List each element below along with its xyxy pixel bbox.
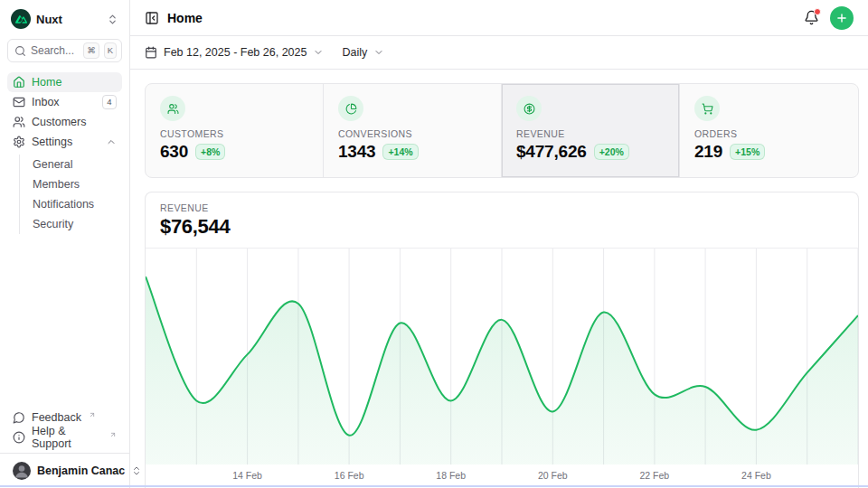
users-icon [160,96,185,121]
sidebar-footer-links: Feedback Help & Support [7,408,122,453]
stat-label: CONVERSIONS [338,128,486,139]
chart-header: REVENUE $76,544 [146,192,858,248]
avatar [13,462,31,480]
mail-icon [13,96,25,108]
sidebar-item-general[interactable]: General [33,155,122,174]
sidebar-item-label: Home [32,76,61,89]
external-link-icon [109,431,117,438]
sidebar-item-members[interactable]: Members [33,174,122,194]
chart-total-value: $76,544 [160,215,844,239]
stat-delta-badge: +14% [382,144,418,160]
message-circle-icon [13,411,25,424]
stat-label: CUSTOMERS [160,128,308,139]
workspace-name: Nuxt [36,13,62,26]
bottom-edge-strip [0,485,868,487]
sidebar-item-home[interactable]: Home [7,72,122,92]
stat-value: 1343 [338,142,375,162]
x-axis-tick: 24 Feb [741,470,771,481]
footer-link-label: Help & Support [32,425,102,450]
top-bar: Home [130,0,868,36]
x-axis-tick: 14 Feb [232,470,262,481]
stat-card-conversions[interactable]: CONVERSIONS 1343 +14% [324,84,502,177]
x-axis-tick: 22 Feb [639,470,669,481]
stat-card-orders[interactable]: ORDERS 219 +15% [680,84,858,177]
shopping-cart-icon [694,96,720,121]
home-icon [13,76,25,89]
workspace-switcher[interactable]: Nuxt [7,9,122,39]
user-menu[interactable]: Benjamin Canac [7,454,122,488]
search-input[interactable]: ⌘ K [7,39,122,62]
stat-card-customers[interactable]: CUSTOMERS 630 +8% [146,84,324,177]
page-content: CUSTOMERS 630 +8% CONVERSIONS 1343 +14% [130,70,868,488]
chart-title: REVENUE [160,202,844,213]
search-field[interactable] [31,44,79,57]
date-range-picker[interactable]: Feb 12, 2025 - Feb 26, 2025 [145,46,324,59]
main-area: Home Feb 12, 2025 - Feb 26, 2025 Daily [130,0,868,488]
stat-label: REVENUE [516,128,665,139]
period-label: Daily [342,46,367,59]
circle-dollar-icon [516,96,542,121]
sidebar-item-label: Settings [32,136,72,148]
kbd-meta: ⌘ [83,42,99,59]
chevron-down-icon [373,47,384,58]
sidebar-item-notifications[interactable]: Notifications [33,194,122,214]
users-icon [13,116,25,128]
stat-value: 219 [694,142,722,162]
search-icon [14,45,26,57]
gear-icon [13,136,25,148]
kbd-k: K [104,42,117,59]
stat-delta-badge: +15% [730,144,765,160]
stat-label: ORDERS [694,128,844,139]
sidebar-item-settings[interactable]: Settings [7,132,122,152]
date-range-label: Feb 12, 2025 - Feb 26, 2025 [164,46,307,59]
plus-icon [835,12,848,24]
calendar-icon [145,46,157,59]
sidebar: Nuxt ⌘ K Home Inbox 4 [0,0,130,488]
notifications-button[interactable] [804,10,819,25]
footer-link-label: Feedback [32,411,81,424]
chevrons-up-down-icon [107,14,118,25]
x-axis-tick: 18 Feb [436,470,466,481]
info-icon [13,431,25,444]
top-bar-actions [804,6,854,30]
x-axis-tick: 20 Feb [538,470,568,481]
chart-pie-icon [338,96,363,121]
stat-value: $477,626 [516,142,587,162]
stat-delta-badge: +8% [195,144,225,160]
sidebar-spacer [7,236,122,408]
chevron-down-icon [313,47,324,58]
sidebar-item-security[interactable]: Security [33,214,122,234]
stats-row: CUSTOMERS 630 +8% CONVERSIONS 1343 +14% [145,83,859,178]
sidebar-item-label: Inbox [32,96,60,108]
filters-toolbar: Feb 12, 2025 - Feb 26, 2025 Daily [130,36,868,70]
help-support-link[interactable]: Help & Support [7,427,122,447]
page-title: Home [167,11,203,25]
collapse-sidebar-icon[interactable] [145,11,159,25]
add-button[interactable] [830,6,854,30]
nuxt-logo-icon [11,9,31,29]
stat-card-revenue[interactable]: REVENUE $477,626 +20% [502,84,680,177]
revenue-area-chart[interactable] [146,248,858,465]
stat-delta-badge: +20% [594,144,629,160]
external-link-icon [89,411,96,418]
settings-submenu: General Members Notifications Security [19,155,122,234]
period-select[interactable]: Daily [342,46,384,59]
sidebar-nav: Home Inbox 4 Customers Settings Ge [7,72,122,236]
user-name: Benjamin Canac [37,465,125,477]
chevron-up-icon [106,136,117,147]
x-axis-tick: 16 Feb [335,470,364,481]
notification-dot [814,8,821,15]
revenue-chart-card: REVENUE $76,544 14 Feb16 Feb18 Feb20 Feb… [145,192,859,488]
sidebar-item-label: Customers [32,116,86,128]
sidebar-item-inbox[interactable]: Inbox 4 [7,92,122,112]
area-chart-svg [146,249,858,465]
inbox-count-badge: 4 [102,95,117,110]
sidebar-item-customers[interactable]: Customers [7,112,122,132]
stat-value: 630 [160,142,188,162]
